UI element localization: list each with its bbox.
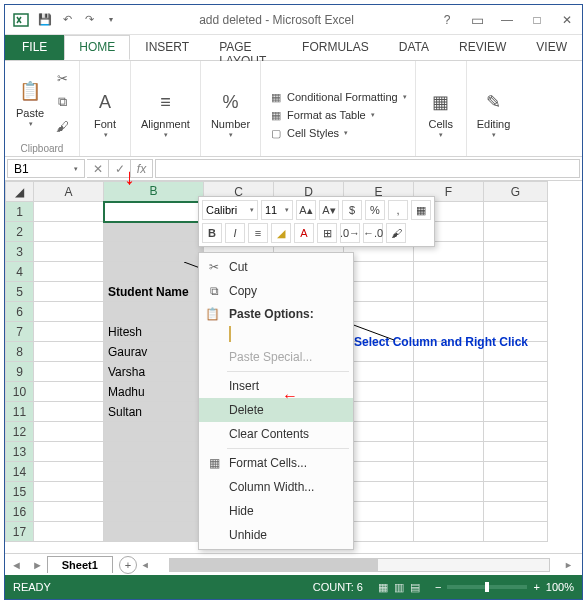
menu-delete[interactable]: Delete [199,398,353,422]
mini-format-painter-icon[interactable]: 🖌 [386,223,406,243]
qat-more-icon[interactable]: ▾ [101,10,121,30]
sheet-tab[interactable]: Sheet1 [47,556,113,573]
mini-font-select[interactable]: Calibri▾ [202,200,258,220]
add-sheet-button[interactable]: + [119,556,137,574]
menu-cut[interactable]: ✂Cut [199,255,353,279]
cell[interactable] [104,442,204,462]
mini-align-icon[interactable]: ≡ [248,223,268,243]
name-box[interactable]: B1▾ [7,159,85,178]
cell[interactable] [104,202,204,222]
mini-currency-icon[interactable]: $ [342,200,362,220]
cell[interactable]: Hitesh [104,322,204,342]
mini-comma-icon[interactable]: , [388,200,408,220]
cells-button[interactable]: ▦Cells▾ [422,85,460,141]
tab-view[interactable]: VIEW [521,35,582,60]
cell[interactable]: Gaurav [104,342,204,362]
minimize-icon[interactable]: — [492,6,522,34]
menu-format-cells[interactable]: ▦Format Cells... [199,451,353,475]
col-header-b[interactable]: B [104,182,204,202]
mini-bold-icon[interactable]: B [202,223,222,243]
menu-copy[interactable]: ⧉Copy [199,279,353,303]
select-all[interactable]: ◢ [6,182,34,202]
sheet-nav-next-icon[interactable]: ► [26,559,47,571]
cell[interactable] [104,242,204,262]
mini-font-color-icon[interactable]: A [294,223,314,243]
editing-button[interactable]: ✎Editing▾ [473,85,515,141]
zoom-control[interactable]: − + 100% [435,581,574,593]
scroll-thumb[interactable] [170,559,379,571]
save-icon[interactable]: 💾 [35,10,55,30]
row-header[interactable]: 9 [6,362,34,382]
mini-dec-decimal-icon[interactable]: ←.0 [363,223,383,243]
tab-insert[interactable]: INSERT [130,35,204,60]
row-header[interactable]: 14 [6,462,34,482]
tab-data[interactable]: DATA [384,35,444,60]
increase-font-icon[interactable]: A▴ [296,200,316,220]
mini-fill-icon[interactable]: ◢ [271,223,291,243]
row-header[interactable]: 13 [6,442,34,462]
cell[interactable] [104,482,204,502]
horizontal-scrollbar[interactable]: ◄ ► [137,558,582,572]
row-header[interactable]: 2 [6,222,34,242]
close-icon[interactable]: ✕ [552,6,582,34]
sheet-nav-prev-icon[interactable]: ◄ [5,559,26,571]
row-header[interactable]: 11 [6,402,34,422]
tab-page-layout[interactable]: PAGE LAYOUT [204,35,287,60]
tab-review[interactable]: REVIEW [444,35,521,60]
help-icon[interactable]: ? [432,6,462,34]
col-header-a[interactable]: A [34,182,104,202]
menu-paste-special[interactable]: Paste Special... [199,345,353,369]
row-header[interactable]: 16 [6,502,34,522]
mini-table-icon[interactable]: ▦ [411,200,431,220]
view-buttons[interactable]: ▦▥▤ [375,581,423,594]
row-header[interactable]: 15 [6,482,34,502]
cell[interactable] [104,262,204,282]
menu-column-width[interactable]: Column Width... [199,475,353,499]
cell[interactable] [104,522,204,542]
scroll-right-icon[interactable]: ► [564,560,578,570]
undo-icon[interactable]: ↶ [57,10,77,30]
cancel-fx-icon[interactable]: ✕ [87,159,109,178]
format-as-table-button[interactable]: ▦Format as Table▾ [267,107,377,123]
cell[interactable] [104,302,204,322]
row-header[interactable]: 10 [6,382,34,402]
tab-home[interactable]: HOME [64,35,130,60]
row-header[interactable]: 12 [6,422,34,442]
formula-input[interactable] [155,159,580,178]
col-header-g[interactable]: G [484,182,548,202]
zoom-level[interactable]: 100% [546,581,574,593]
cell[interactable]: Student Name [104,282,204,302]
menu-insert[interactable]: Insert [199,374,353,398]
zoom-in-icon[interactable]: + [533,581,539,593]
mini-italic-icon[interactable]: I [225,223,245,243]
cell[interactable] [104,422,204,442]
menu-clear-contents[interactable]: Clear Contents [199,422,353,446]
row-header[interactable]: 1 [6,202,34,222]
mini-border-icon[interactable]: ⊞ [317,223,337,243]
paste-option-default-icon[interactable] [229,326,231,342]
cell[interactable]: Varsha [104,362,204,382]
row-header[interactable]: 4 [6,262,34,282]
cell[interactable]: Sultan [104,402,204,422]
zoom-out-icon[interactable]: − [435,581,441,593]
row-header[interactable]: 5 [6,282,34,302]
cell[interactable] [104,462,204,482]
number-button[interactable]: %Number▾ [207,85,254,141]
mini-percent-icon[interactable]: % [365,200,385,220]
zoom-slider[interactable] [447,585,527,589]
conditional-formatting-button[interactable]: ▦Conditional Formatting▾ [267,89,409,105]
cell-styles-button[interactable]: ▢Cell Styles▾ [267,125,350,141]
menu-hide[interactable]: Hide [199,499,353,523]
maximize-icon[interactable]: □ [522,6,552,34]
redo-icon[interactable]: ↷ [79,10,99,30]
font-button[interactable]: AFont▾ [86,85,124,141]
alignment-button[interactable]: ≡Alignment▾ [137,85,194,141]
copy-icon[interactable]: ⧉ [51,91,73,113]
row-header[interactable]: 17 [6,522,34,542]
row-header[interactable]: 8 [6,342,34,362]
scroll-left-icon[interactable]: ◄ [141,560,155,570]
format-painter-icon[interactable]: 🖌 [51,115,73,137]
cell[interactable] [104,502,204,522]
mini-inc-decimal-icon[interactable]: .0→ [340,223,360,243]
ribbon-options-icon[interactable]: ▭ [462,6,492,34]
